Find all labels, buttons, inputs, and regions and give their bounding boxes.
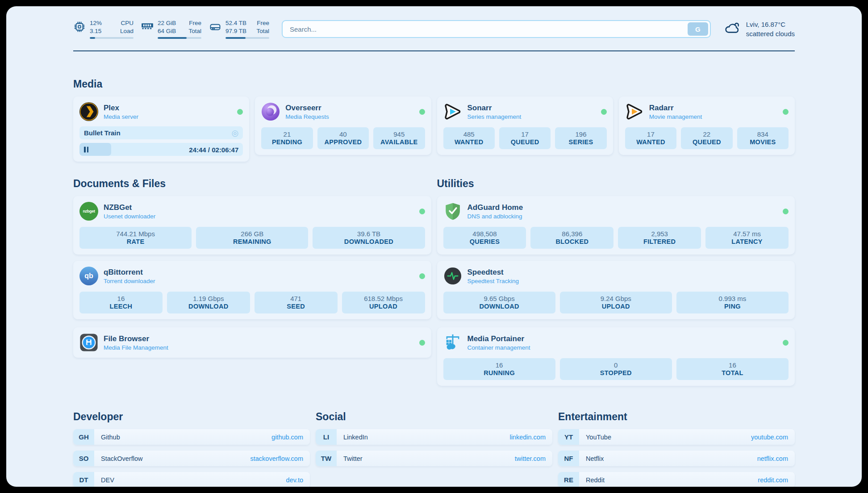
stat-label: SERIES [557,138,605,146]
stat-label: MOVIES [739,138,787,146]
app-card-plex[interactable]: Plex Media server Bullet Train ◎ 24:44 /… [73,96,249,162]
link-url: netflix.com [757,455,788,462]
stat-value: 22 [683,130,730,138]
stat-label: AVAILABLE [375,138,423,146]
stat-label: QUEUED [501,138,549,146]
stat-label: FILTERED [620,238,699,245]
link-linkedin[interactable]: LI LinkedIn linkedin.com [316,429,552,445]
cpu-load-label: Load [120,27,134,35]
app-name: Media Portainer [467,334,530,343]
app-card-qbittorrent[interactable]: qb qBittorrent Torrent downloader 16 LEE… [73,261,431,319]
link-netflix[interactable]: NF Netflix netflix.com [558,451,795,466]
cast-icon: ◎ [232,128,239,138]
plex-icon [79,102,98,121]
stat-box: 834 MOVIES [737,127,789,149]
cpu-percent: 12% [90,19,102,27]
stat-label: APPROVED [319,138,367,146]
link-name: Github [101,434,120,441]
stat-box: 945 AVAILABLE [373,127,425,149]
stat-value: 485 [445,130,493,138]
status-online-dot [783,340,789,346]
stat-value: 0.993 ms [678,295,787,302]
qbittorrent-icon: qb [79,267,98,285]
search-bar: G [282,20,711,38]
stat-value: 21 [263,130,311,138]
stat-label: PENDING [263,138,311,146]
stat-box: 16 RUNNING [443,358,555,380]
stat-box: 16 TOTAL [676,358,789,380]
app-card-nzbget[interactable]: nzbget NZBGet Usenet downloader 744.21 M… [73,196,431,255]
stat-box: 0 STOPPED [560,358,672,380]
link-url: stackoverflow.com [250,455,303,462]
section-entertainment: Entertainment YT YouTube youtube.com NF … [558,411,795,487]
app-card-sonarr[interactable]: Sonarr Series management 485 WANTED 17 Q… [437,96,613,155]
now-playing-row: Bullet Train ◎ [79,126,243,139]
nzbget-icon: nzbget [79,202,98,221]
section-title-media: Media [73,78,795,90]
stat-value: 0 [562,361,670,369]
now-playing-title: Bullet Train [84,129,121,137]
stat-value: 196 [557,130,605,138]
app-name: Speedtest [467,268,519,277]
link-dev-to[interactable]: DT DEV dev.to [73,472,310,487]
link-badge: LI [316,429,337,445]
status-online-dot [783,109,789,115]
link-twitter[interactable]: TW Twitter twitter.com [316,451,552,466]
search-engine-button[interactable]: G [688,22,708,36]
stat-box: 47.57 ms LATENCY [705,227,789,249]
app-card-overseerr[interactable]: Overseerr Media Requests 21 PENDING 40 A… [255,96,431,155]
link-github[interactable]: GH Github github.com [73,429,310,445]
stat-label: UPLOAD [344,303,423,310]
stat-label: DOWNLOADED [314,238,423,245]
app-subtitle: Movie management [649,113,702,120]
stat-label: TOTAL [678,369,787,376]
link-youtube[interactable]: YT YouTube youtube.com [558,429,795,445]
stat-label: STOPPED [562,369,670,376]
app-card-filebrowser[interactable]: File Browser Media File Management [73,327,431,358]
search-input[interactable] [289,25,688,33]
stat-box: 39.6 TB DOWNLOADED [313,227,425,249]
stat-value: 39.6 TB [314,230,423,238]
stat-value: 16 [445,361,554,369]
app-card-speedtest[interactable]: Speedtest Speedtest Tracking 9.65 Gbps D… [437,261,795,319]
link-reddit[interactable]: RE Reddit reddit.com [558,472,795,487]
pause-icon [84,146,88,152]
link-badge: SO [73,451,94,466]
link-badge: GH [73,429,94,445]
app-card-radarr[interactable]: Radarr Movie management 17 WANTED 22 QUE… [619,96,795,155]
dashboard-panel: 12% 3.15 CPU Load [6,6,862,487]
stat-label: LEECH [81,303,161,310]
app-subtitle: Torrent downloader [104,278,155,284]
app-subtitle: DNS and adblocking [467,213,523,220]
sonarr-icon [443,102,462,121]
app-subtitle: Speedtest Tracking [467,278,519,284]
portainer-icon [443,333,462,352]
stat-value: 16 [678,361,787,369]
stat-value: 17 [501,130,549,138]
stat-value: 498,508 [445,230,525,238]
top-bar: 12% 3.15 CPU Load [73,17,795,41]
stat-box: 618.52 Mbps UPLOAD [342,292,425,313]
weather-location-temp: Lviv, 16.87°C [746,20,795,29]
section-media: Media Plex Media server [73,78,795,162]
storage-free-value: 52.4 TB [225,19,246,27]
stat-label: RUNNING [445,369,554,376]
stat-box: 471 SEED [255,292,338,313]
stat-box: 1.19 Gbps DOWNLOAD [167,292,250,313]
app-card-portainer[interactable]: Media Portainer Container management 16 … [437,327,795,386]
link-stackoverflow[interactable]: SO StackOverflow stackoverflow.com [73,451,310,466]
app-card-adguard[interactable]: AdGuard Home DNS and adblocking 498,508 … [437,196,795,255]
section-social: Social LI LinkedIn linkedin.com TW Twitt… [316,411,552,472]
memory-stat: 22 GiB 64 GiB Free Total [141,19,201,39]
memory-icon [141,21,154,31]
stat-value: 1.19 Gbps [169,295,248,302]
status-online-dot [237,109,243,115]
app-subtitle: Media server [104,113,138,120]
status-online-dot [419,340,425,346]
app-name: NZBGet [104,203,155,212]
weather-condition: scattered clouds [746,29,795,38]
stat-label: WANTED [445,138,493,146]
memory-total-label: Total [188,27,201,35]
cpu-stat: 12% 3.15 CPU Load [73,19,134,39]
stat-value: 945 [375,130,423,138]
